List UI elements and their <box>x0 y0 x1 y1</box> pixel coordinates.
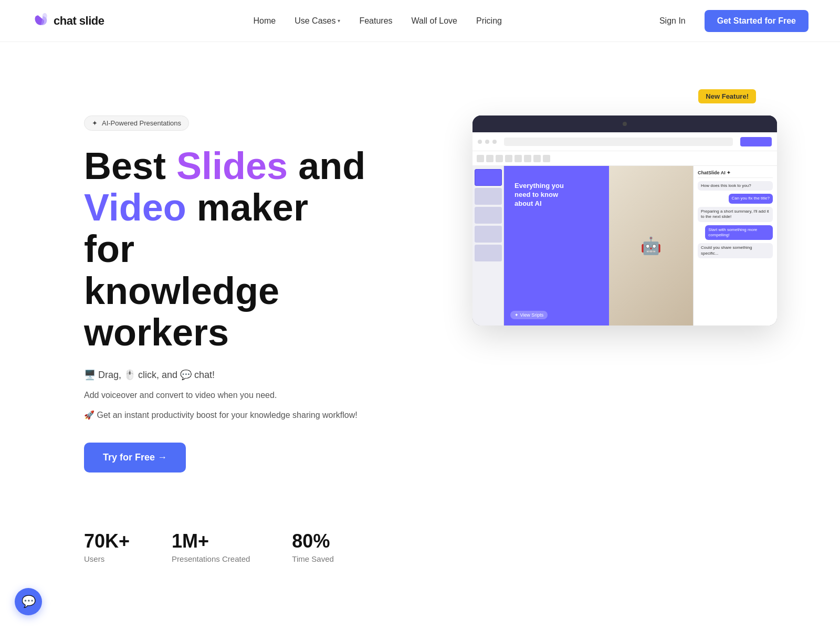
app-address-bar <box>504 138 733 146</box>
chat-panel-header: ChatSlide AI ✦ <box>698 170 773 178</box>
stat-time-saved-label: Time Saved <box>292 554 333 563</box>
slide-title: Everything you need to know about AI <box>514 182 578 208</box>
app-nav-action-btn <box>740 137 772 146</box>
hero-right: New Feature! <box>472 84 788 326</box>
title-and: and <box>288 145 365 187</box>
chat-msg-5: Could you share something specific... <box>698 243 773 258</box>
slide-thumb-1 <box>475 169 502 186</box>
nav-links: Home Use Cases ▾ Features Wall of Love P… <box>253 16 501 26</box>
tool-3 <box>496 155 503 162</box>
slide-thumb-5 <box>475 245 502 261</box>
stat-presentations-number: 1M+ <box>172 530 250 552</box>
hero-subtitle: 🖥️ Drag, 🖱️ click, and 💬 chat! <box>84 368 368 382</box>
chevron-down-icon: ▾ <box>338 18 340 24</box>
nav-home[interactable]: Home <box>253 16 276 25</box>
app-nav-dot-2 <box>485 140 489 144</box>
title-part1: Best <box>84 145 176 187</box>
hero-desc: Add voiceover and convert to video when … <box>84 388 368 402</box>
try-free-button[interactable]: Try for Free → <box>84 443 186 472</box>
tool-2 <box>486 155 494 162</box>
stat-users-number: 70K+ <box>84 530 130 552</box>
hero-boost: 🚀 Get an instant productivity boost for … <box>84 408 368 422</box>
stat-time-saved-number: 80% <box>292 530 333 552</box>
main-slide-area: Everything you need to know about AI 🤖 ✦… <box>504 166 693 326</box>
ai-badge-label: AI-Powered Presentations <box>102 119 181 127</box>
tool-1 <box>477 155 484 162</box>
hero-title: Best Slides and Video maker forknowledge… <box>84 145 368 353</box>
svg-point-0 <box>43 13 47 19</box>
navbar: chat slide Home Use Cases ▾ Features Wal… <box>0 0 840 42</box>
app-screenshot: Everything you need to know about AI 🤖 ✦… <box>472 116 777 326</box>
get-started-button[interactable]: Get Started for Free <box>705 10 808 32</box>
hero-section: ✦ AI-Powered Presentations Best Slides a… <box>0 42 840 504</box>
tool-5 <box>514 155 522 162</box>
laptop-top-bar <box>472 116 777 132</box>
nav-pricing[interactable]: Pricing <box>476 16 502 25</box>
chat-widget-button[interactable]: 💬 <box>15 588 42 615</box>
slide-content-text: Everything you need to know about AI <box>514 182 578 208</box>
chat-msg-1: How does this look to you? <box>698 181 773 191</box>
nav-features[interactable]: Features <box>359 16 392 25</box>
logo-link[interactable]: chat slide <box>32 12 104 30</box>
chat-msg-3: Preparing a short summary, I'll add it t… <box>698 207 773 222</box>
logo-text: chat slide <box>54 14 104 28</box>
nav-wall-of-love[interactable]: Wall of Love <box>412 16 457 25</box>
tool-6 <box>524 155 531 162</box>
slide-tag: ✦ View Sripts <box>510 311 548 319</box>
stat-users: 70K+ Users <box>84 530 130 563</box>
tool-7 <box>533 155 541 162</box>
nav-right: Sign In Get Started for Free <box>651 10 808 32</box>
app-nav-dot-1 <box>478 140 482 144</box>
tool-8 <box>543 155 550 162</box>
stats-row: 70K+ Users 1M+ Presentations Created 80%… <box>0 504 840 595</box>
sign-in-button[interactable]: Sign In <box>651 12 694 30</box>
nav-use-cases[interactable]: Use Cases ▾ <box>295 16 340 26</box>
stat-time-saved: 80% Time Saved <box>292 530 333 563</box>
slide-thumb-3 <box>475 207 502 224</box>
slide-thumb-4 <box>475 226 502 243</box>
laptop-camera <box>623 122 627 126</box>
logo-icon <box>32 12 50 30</box>
chat-msg-4: Start with something more compelling! <box>705 225 773 240</box>
app-body: Everything you need to know about AI 🤖 ✦… <box>472 166 777 326</box>
app-content: Everything you need to know about AI 🤖 ✦… <box>472 132 777 326</box>
app-toolbar <box>472 151 777 166</box>
slides-panel <box>472 166 504 326</box>
app-nav-bar <box>472 132 777 151</box>
slide-thumb-2 <box>475 188 502 205</box>
chat-msg-2: Can you fix the title? <box>729 194 773 203</box>
stat-presentations: 1M+ Presentations Created <box>172 530 250 563</box>
chat-widget-icon: 💬 <box>22 595 36 608</box>
new-feature-badge: New Feature! <box>698 89 756 103</box>
title-slides: Slides <box>176 145 288 187</box>
slide-image: 🤖 <box>609 166 693 326</box>
stat-users-label: Users <box>84 554 130 563</box>
stat-presentations-label: Presentations Created <box>172 554 250 563</box>
hero-left: ✦ AI-Powered Presentations Best Slides a… <box>84 84 368 472</box>
app-nav-dot-3 <box>492 140 497 144</box>
ai-badge: ✦ AI-Powered Presentations <box>84 116 189 131</box>
ai-badge-icon: ✦ <box>92 119 98 127</box>
title-video: Video <box>84 186 186 228</box>
tool-4 <box>505 155 512 162</box>
chat-panel: ChatSlide AI ✦ How does this look to you… <box>693 166 777 326</box>
